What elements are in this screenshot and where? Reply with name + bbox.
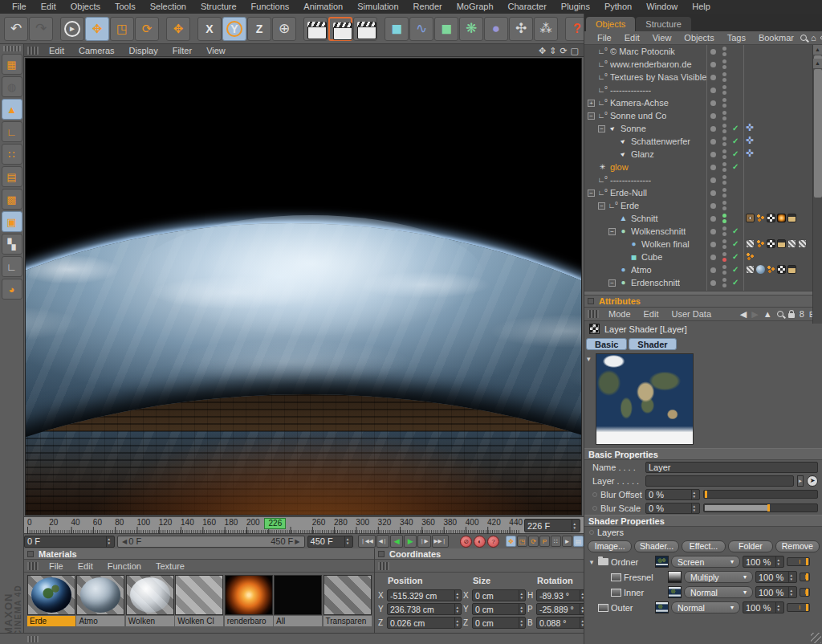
layer-dot[interactable] [710,75,716,80]
preview-collapse-icon[interactable]: ▾ [587,355,591,363]
layer-flyout-icon[interactable]: ▸ [797,475,804,487]
menu-tools[interactable]: Tools [108,0,143,14]
blur-scale-field[interactable]: 0 % [645,503,700,514]
blend-mode-select[interactable]: Multiply [684,571,753,583]
blur-scale-slider[interactable] [703,503,818,512]
object-menu-edit[interactable]: Edit [618,33,646,43]
layer-dot[interactable] [710,255,716,260]
range-right-arrow[interactable]: ▶ [293,538,301,545]
layer-dot[interactable] [710,216,716,222]
home-icon[interactable]: ⌂ [811,33,816,43]
menu-file[interactable]: File [5,0,34,14]
texture-mode-icon[interactable]: ▣ [2,211,22,232]
add-array-icon[interactable]: ❋ [459,17,483,41]
target-tag[interactable]: ✜ [746,137,754,145]
menu-structure[interactable]: Structure [193,0,244,14]
range-end-stepper[interactable] [344,536,350,547]
tree-item-erde[interactable]: −∟Erde [584,199,813,212]
visibility-dots[interactable] [722,85,726,95]
layer-dot[interactable] [710,139,716,145]
goto-start-button[interactable]: ❘◀◀ [358,535,375,548]
tab-structure[interactable]: Structure [636,17,691,31]
record-options-button[interactable]: ? [487,536,499,548]
materials-menu-texture[interactable]: Texture [149,561,192,571]
tree-item-sonne[interactable]: −►Sonne✓✜ [584,122,813,135]
folder-button[interactable]: Folder [728,540,772,552]
snap-icon[interactable]: ◕ [2,279,22,300]
visibility-dots[interactable] [722,137,726,146]
object-menu-tags[interactable]: Tags [721,33,752,43]
layer-dot[interactable] [710,152,716,157]
viewport-menu-cameras[interactable]: Cameras [71,46,122,55]
tree-item-schattenwerfer[interactable]: ►Schattenwerfer✓✜ [584,135,813,148]
value-stepper[interactable] [454,590,460,601]
attributes-scrollbar[interactable]: ▲ [812,59,822,324]
animation-dot[interactable] [592,506,597,511]
material-erde[interactable]: Erde [27,575,75,626]
collapse-icon[interactable]: − [608,279,616,287]
visibility-dots[interactable] [722,47,726,56]
undo-icon[interactable]: ↶ [4,17,28,41]
opacity-slider[interactable] [787,557,810,566]
opacity-stepper[interactable] [775,602,781,613]
value-stepper[interactable] [519,604,524,614]
rotation-b-field[interactable]: 0.088 ° [536,617,587,629]
visibility-dots[interactable] [722,124,726,133]
dots-tag[interactable] [756,239,765,248]
enabled-check-icon[interactable]: ✓ [732,265,739,274]
live-selection-icon[interactable]: ► [60,17,84,41]
tree-item-marc-potocnik[interactable]: ∟© Marc Potocnik [584,45,813,58]
history-forward-icon[interactable]: ▶ [751,309,758,319]
opacity-slider[interactable] [800,573,810,581]
menu-functions[interactable]: Functions [244,0,297,14]
dots-tag[interactable] [756,214,765,222]
position-z-field[interactable]: 0.026 cm [387,617,462,629]
render-picture-viewer-icon[interactable] [328,17,352,41]
search-icon[interactable] [777,311,783,317]
tree-item-textures-by-nasa-visible-eart[interactable]: ∟Textures by Nasa Visible Eart [584,71,813,84]
target-tag[interactable]: ✜ [746,149,754,158]
shader-layer-inner[interactable]: InnerNormal100 % [584,585,822,600]
range-start-field[interactable]: 0 F [24,536,115,548]
enabled-check-icon[interactable]: ✓ [732,252,739,261]
layer-dot[interactable] [710,242,716,247]
layer-picker-icon[interactable]: ➤ [807,475,818,487]
tab-shader[interactable]: Shader [629,338,676,350]
scale-tool-icon[interactable]: ◳ [110,17,134,41]
add-nurbs-icon[interactable]: ◼ [434,17,458,41]
blend-mode-select[interactable]: Screen [671,556,740,568]
enabled-check-icon[interactable]: ✓ [732,149,739,158]
edges-mode-icon[interactable]: ▤ [2,166,22,187]
blur-offset-field[interactable]: 0 % [645,489,700,500]
search-icon[interactable] [800,35,807,41]
rotation-h-field[interactable]: -89.93 ° [536,589,587,601]
layer-dot[interactable] [710,126,716,132]
shader-layer-outer[interactable]: OuterNormal100 % [584,600,822,615]
menu-animation[interactable]: Animation [296,0,350,14]
visibility-dots[interactable] [722,188,726,198]
current-frame-marker[interactable]: 226 [264,518,286,529]
glowtex-tag[interactable] [777,214,786,222]
visibility-dots[interactable] [722,201,726,210]
menu-mograph[interactable]: MoGraph [450,0,501,14]
blend-mode-select[interactable]: Normal [671,601,740,613]
range-start-stepper[interactable] [106,536,112,547]
size-x-field[interactable]: 0 cm [472,589,526,601]
rotation-p-field[interactable]: -25.889 ° [536,603,587,615]
collapse-icon[interactable]: − [588,190,595,197]
visibility-dots[interactable] [722,111,726,120]
visibility-dots[interactable] [722,214,726,223]
points-mode-icon[interactable]: ∷ [2,144,22,165]
snapshot-icon[interactable]: 8 [800,309,804,319]
materials-menu-function[interactable]: Function [100,561,149,571]
position-y-field[interactable]: 236.738 cm [387,603,462,615]
visibility-dots[interactable] [722,278,726,287]
tree-item-wolken-final[interactable]: ●Wolken final✓ [584,238,813,251]
redo-icon[interactable]: ↷ [29,17,53,41]
material-wolken-cl[interactable]: Wolken Cl [175,575,223,626]
scroll-up-icon[interactable]: ▲ [813,59,822,68]
goto-end-button[interactable]: ▶▶❘ [432,535,449,548]
viewport-canvas[interactable] [25,58,582,516]
menu-plugins[interactable]: Plugins [554,0,597,14]
stripes-tag[interactable] [798,239,807,248]
